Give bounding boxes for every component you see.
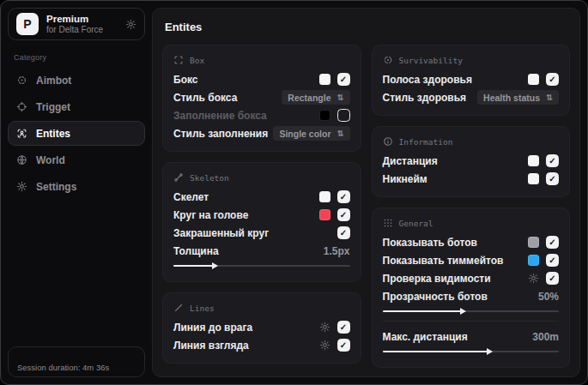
sidebar-item-aimbot[interactable]: Aimbot <box>8 68 145 93</box>
general-panel: General Показывать ботов ✓ Показывать ти… <box>372 208 571 368</box>
setting-row: Никнейм ✓ <box>383 170 560 188</box>
setting-label: Круг на голове <box>173 209 248 221</box>
brand-logo: P <box>16 13 39 35</box>
setting-label: Бокс <box>173 74 197 86</box>
slider-value: 300m <box>532 331 559 343</box>
checkbox[interactable]: ✓ <box>546 73 559 86</box>
setting-row: Стиль заполнения Single color ⇅ <box>173 124 350 142</box>
slider-value: 1.5px <box>324 245 350 257</box>
setting-label: Показывать ботов <box>383 237 477 249</box>
sidebar-item-label: Aimbot <box>36 75 71 87</box>
brand-text: Premium for Delta Force <box>46 14 103 35</box>
target-icon <box>16 101 27 112</box>
setting-label: Макс. дистанция <box>383 331 468 343</box>
checkbox[interactable] <box>337 109 350 122</box>
gear-icon[interactable] <box>125 19 136 30</box>
fill-style-select[interactable]: Single color ⇅ <box>273 126 349 141</box>
setting-label: Дистанция <box>383 155 438 167</box>
sidebar-item-world[interactable]: World <box>8 147 145 172</box>
box-panel-header: Box <box>173 55 350 65</box>
category-label: Category <box>14 53 139 62</box>
person-scan-icon <box>16 128 27 139</box>
panel-title: Skeleton <box>190 173 229 183</box>
slider-value: 50% <box>538 291 559 303</box>
panel-title: Lines <box>190 304 215 313</box>
checkbox[interactable]: ✓ <box>546 254 559 267</box>
sidebar-nav: Aimbot Trigget Entites World Settings <box>8 68 145 199</box>
sidebar-item-trigget[interactable]: Trigget <box>8 94 145 119</box>
main-panel: Entites Box Бокс ✓ <box>152 8 580 377</box>
panel-title: Survivability <box>399 56 463 65</box>
sidebar: P Premium for Delta Force Category Aimbo… <box>1 1 152 384</box>
color-swatch[interactable] <box>319 209 330 220</box>
setting-label: Проверка видимости <box>383 273 491 285</box>
brand-title: Premium <box>46 14 103 25</box>
checkbox[interactable]: ✓ <box>546 154 559 167</box>
scan-box-icon <box>173 55 184 65</box>
crosshair-icon <box>16 75 27 86</box>
checkbox[interactable]: ✓ <box>337 73 350 86</box>
bone-icon <box>173 172 184 183</box>
setting-label: Толщина <box>173 245 219 257</box>
color-swatch[interactable] <box>319 110 330 121</box>
color-swatch[interactable] <box>528 255 539 266</box>
sidebar-item-settings[interactable]: Settings <box>8 174 145 199</box>
setting-label: Линия взгляда <box>173 340 249 352</box>
chevrons-up-down-icon: ⇅ <box>337 129 344 138</box>
info-icon <box>383 136 393 147</box>
setting-row: Бокс ✓ <box>173 70 350 88</box>
setting-label: Стиль заполнения <box>173 128 268 140</box>
setting-row: Круг на голове ✓ <box>173 206 350 224</box>
bot-opacity-slider[interactable] <box>383 306 560 316</box>
gear-icon[interactable] <box>319 340 330 351</box>
gear-icon[interactable] <box>528 273 539 284</box>
select-value: Single color <box>279 129 330 139</box>
max-distance-slider[interactable] <box>383 346 560 356</box>
divider <box>383 321 560 322</box>
color-swatch[interactable] <box>528 74 539 85</box>
circle-dot-icon <box>383 55 393 65</box>
slider-thumb[interactable] <box>212 262 218 269</box>
setting-row: Скелет ✓ <box>173 188 350 206</box>
slider-thumb[interactable] <box>460 308 466 315</box>
checkbox[interactable]: ✓ <box>546 236 559 249</box>
checkbox[interactable]: ✓ <box>546 272 559 285</box>
app-window: P Premium for Delta Force Category Aimbo… <box>0 0 588 385</box>
box-panel: Box Бокс ✓ Стиль бокса Rectangle <box>162 45 361 152</box>
general-panel-header: General <box>383 218 560 228</box>
panel-title: General <box>399 219 433 228</box>
setting-label: Никнейм <box>383 173 427 185</box>
sidebar-item-entites[interactable]: Entites <box>8 121 145 146</box>
slider-label-row: Макс. дистанция 300m <box>383 328 560 346</box>
color-swatch[interactable] <box>528 237 539 248</box>
setting-row: Показывать ботов ✓ <box>383 233 560 251</box>
slider-thumb[interactable] <box>487 348 493 355</box>
setting-row: Линия до врага ✓ <box>173 318 350 336</box>
slider-fill <box>383 310 462 312</box>
setting-label: Прозрачность ботов <box>383 291 488 303</box>
setting-row: Линия взгляда ✓ <box>173 336 350 354</box>
checkbox[interactable]: ✓ <box>546 172 559 185</box>
color-swatch[interactable] <box>528 173 539 184</box>
checkbox[interactable]: ✓ <box>337 208 350 221</box>
gear-icon[interactable] <box>319 322 330 333</box>
setting-row: Стиль бокса Rectangle ⇅ <box>173 88 350 106</box>
survivability-panel-header: Survivability <box>383 55 560 65</box>
lines-panel: Lines Линия до врага ✓ Линия взгляда <box>162 292 361 364</box>
setting-label: Стиль бокса <box>173 92 237 104</box>
checkbox[interactable]: ✓ <box>337 226 350 239</box>
checkbox[interactable]: ✓ <box>337 339 350 352</box>
box-style-select[interactable]: Rectangle ⇅ <box>282 90 349 105</box>
brand-card: P Premium for Delta Force <box>8 8 145 40</box>
checkbox[interactable]: ✓ <box>337 321 350 334</box>
thickness-slider[interactable] <box>173 261 350 270</box>
color-swatch[interactable] <box>319 191 330 202</box>
setting-row: Полоса здоровья ✓ <box>383 70 560 88</box>
color-swatch[interactable] <box>319 74 330 85</box>
checkbox[interactable]: ✓ <box>337 190 350 203</box>
slider-label-row: Прозрачность ботов 50% <box>383 287 560 305</box>
health-style-select[interactable]: Health status ⇅ <box>477 90 559 105</box>
left-column: Box Бокс ✓ Стиль бокса Rectangle <box>162 45 361 364</box>
color-swatch[interactable] <box>528 155 539 166</box>
setting-row: Проверка видимости ✓ <box>383 269 560 287</box>
